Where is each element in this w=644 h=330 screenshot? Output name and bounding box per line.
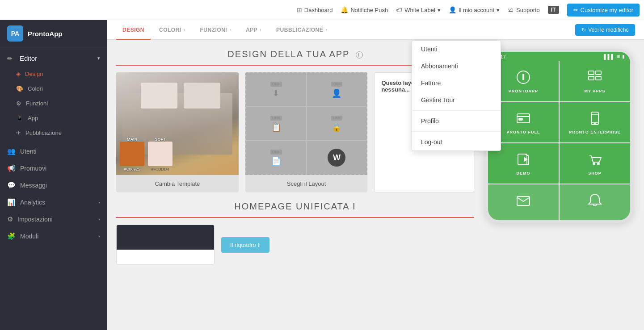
svg-point-12 — [594, 123, 596, 125]
sidebar-logo: PA ProntoApp — [0, 20, 107, 47]
sidebar-item-pubblicazione[interactable]: ✈ Pubblicazione — [0, 125, 107, 140]
demo-cell-icon — [515, 151, 531, 167]
layout-grid: LINK ⬇ LINK 👤 — [245, 72, 368, 175]
editor-section: ✏ Editor ▾ ◈ Design 🎨 Colori ⚙ Funzioni … — [0, 47, 107, 143]
sidebar-item-moduli[interactable]: 🧩 Moduli › — [0, 228, 107, 245]
layout-cell-6: W — [307, 141, 367, 174]
phone-cell-pronto-enterprise: PRONTO ENTERPRISE — [560, 102, 630, 142]
sidebar-item-colori[interactable]: 🎨 Colori — [0, 81, 107, 96]
top-nav: ⊞ Dashboard 🔔 Notifiche Push 🏷 White Lab… — [0, 0, 644, 20]
battery-icon: ▮ — [622, 54, 625, 59]
cambia-template-button[interactable]: Cambia Template — [116, 175, 239, 192]
phone-cell-shop: SHOP — [560, 143, 630, 184]
page-title-info-icon[interactable]: i — [356, 51, 363, 58]
account-nav[interactable]: 👤 Il mio account ▾ — [449, 6, 500, 13]
layout-cell-5: LINK 📄 — [246, 141, 306, 174]
vedi-modifiche-button[interactable]: ↻ Vedi le modifiche — [575, 24, 635, 36]
app-chevron-icon: › — [260, 27, 261, 32]
pubblicazione-label: Pubblicazione — [25, 129, 62, 136]
page-content: DESIGN DELLA TUA APP i — [107, 40, 644, 274]
tab-colori[interactable]: COLORI › — [153, 21, 192, 40]
tab-funzioni[interactable]: FUNZIONI › — [194, 21, 238, 40]
dashboard-label: Dashboard — [304, 7, 333, 13]
editor-header[interactable]: ✏ Editor ▾ — [0, 50, 107, 67]
colori-sub-icon: 🎨 — [16, 85, 23, 92]
content-area: DESIGN COLORI › FUNZIONI › APP › PUBBLIC… — [107, 20, 644, 330]
sidebar-item-impostazioni[interactable]: ⚙ Impostazioni › — [0, 211, 107, 228]
layout-cell-2: LINK 👤 — [307, 73, 367, 106]
app-sub-icon: 📱 — [16, 115, 23, 121]
demo-cell-label: DEMO — [517, 171, 530, 175]
colori-label: Colori — [28, 85, 43, 92]
dropdown-logout[interactable]: Log-out — [412, 134, 501, 150]
sub-nav: DESIGN COLORI › FUNZIONI › APP › PUBBLIC… — [107, 20, 644, 40]
whitelabel-chevron: ▾ — [438, 7, 441, 13]
customize-button[interactable]: ✏ Customize my editor — [567, 4, 640, 17]
svg-text:i: i — [522, 73, 524, 81]
messaggi-icon: 💬 — [7, 181, 16, 189]
funzioni-sub-icon: ⚙ — [16, 100, 21, 107]
sidebar-item-messaggi[interactable]: 💬 Messaggi — [0, 177, 107, 194]
sidebar-item-promuovi[interactable]: 📢 Promuovi — [0, 160, 107, 177]
shop-cell-icon — [587, 151, 603, 167]
pencil-icon: ✏ — [573, 7, 578, 13]
template-preview: MAIN #C86925 SOFT #F1DDD4 — [116, 72, 239, 175]
lang-badge[interactable]: IT — [548, 6, 559, 14]
il-riquadro-button[interactable]: Il riquadro ti — [221, 237, 269, 253]
whitelabel-nav[interactable]: 🏷 White Label ▾ — [396, 6, 441, 13]
sidebar-item-analytics[interactable]: 📊 Analytics › — [0, 194, 107, 211]
supporto-label: Supporto — [516, 7, 540, 13]
sidebar-item-funzioni[interactable]: ⚙ Funzioni — [0, 96, 107, 111]
phone-content: i PRONTOAPP — [488, 61, 630, 220]
support-icon: 🛎 — [508, 6, 514, 13]
bell-nav-icon: 🔔 — [341, 6, 348, 13]
refresh-icon: ↻ — [581, 27, 586, 33]
sidebar: PA ProntoApp ✏ Editor ▾ ◈ Design 🎨 Color… — [0, 20, 107, 330]
editor-icon: ✏ — [7, 55, 13, 62]
sidebar-item-utenti[interactable]: 👥 Utenti — [0, 143, 107, 160]
app-label: App — [28, 115, 38, 121]
dropdown-abbonamenti[interactable]: Abbonamenti — [412, 58, 501, 75]
homepage-info-icon[interactable]: i — [353, 201, 356, 211]
tab-design[interactable]: DESIGN — [116, 21, 151, 40]
funzioni-label: Funzioni — [26, 100, 48, 107]
phone-frame: 17:17 ▌▌▌ ≋ ▮ — [485, 49, 633, 223]
tab-app[interactable]: APP › — [240, 21, 268, 40]
tab-pubblicazione-label: PUBBLICAZIONE — [276, 27, 323, 33]
soft-swatch-color — [148, 142, 173, 166]
prontoapp-cell-icon: i — [515, 69, 531, 85]
svg-rect-4 — [589, 76, 594, 80]
promuovi-label: Promuovi — [20, 165, 46, 172]
app-name: ProntoApp — [28, 30, 62, 38]
editor-chevron-icon: ▾ — [97, 55, 100, 61]
dashboard-nav[interactable]: ⊞ Dashboard — [297, 6, 333, 13]
notifiche-nav[interactable]: 🔔 Notifiche Push — [341, 6, 388, 13]
myapps-cell-label: MY APPS — [584, 89, 605, 93]
supporto-nav[interactable]: 🛎 Supporto — [508, 6, 540, 13]
phone-grid: i PRONTOAPP — [488, 61, 630, 220]
main-swatch-color — [120, 142, 144, 166]
messaggi-label: Messaggi — [20, 182, 47, 189]
homepage-preview — [116, 225, 215, 265]
design-sub-icon: ◈ — [16, 71, 21, 77]
sidebar-item-app[interactable]: 📱 App — [0, 111, 107, 125]
utenti-icon: 👥 — [7, 147, 16, 155]
layout-preview: LINK ⬇ LINK 👤 — [245, 72, 368, 175]
notifiche-label: Notifiche Push — [350, 7, 388, 13]
email-cell-icon — [515, 192, 531, 209]
notification-cell-icon — [587, 192, 603, 209]
shop-cell-label: SHOP — [588, 171, 602, 175]
sidebar-item-design[interactable]: ◈ Design — [0, 67, 107, 81]
dropdown-fatture[interactable]: Fatture — [412, 75, 501, 92]
bedroom-image: MAIN #C86925 SOFT #F1DDD4 — [116, 72, 239, 175]
dropdown-divider-2 — [412, 131, 501, 132]
dropdown-utenti[interactable]: Utenti — [412, 41, 501, 58]
layout-cell-4: LINK 🔒 — [307, 107, 367, 140]
scegli-layout-button[interactable]: Scegli il Layout — [245, 175, 368, 192]
tab-pubblicazione[interactable]: PUBBLICAZIONE › — [270, 21, 333, 40]
homepage-btn-area: Il riquadro ti — [221, 225, 474, 265]
svg-rect-2 — [589, 71, 594, 75]
dropdown-gestire-tour[interactable]: Gestire Tour — [412, 92, 501, 109]
impostazioni-icon: ⚙ — [7, 215, 13, 223]
dropdown-profilo[interactable]: Profilo — [412, 113, 501, 129]
